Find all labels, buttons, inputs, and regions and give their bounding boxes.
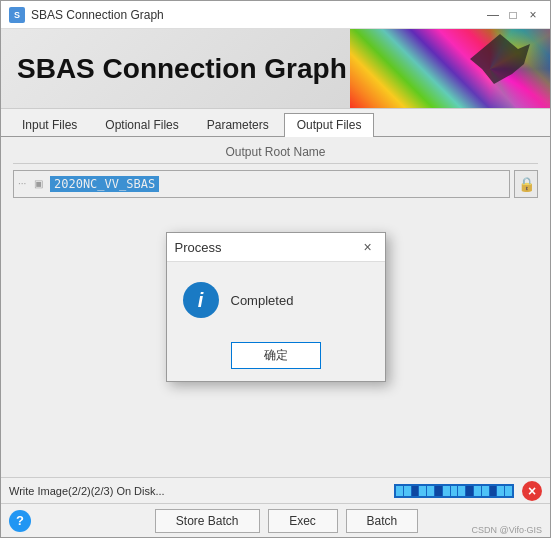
- prog-seg-8: [451, 486, 458, 496]
- close-button[interactable]: ×: [524, 6, 542, 24]
- tab-output-files[interactable]: Output Files: [284, 113, 375, 137]
- window-title: SBAS Connection Graph: [31, 8, 484, 22]
- progress-segments: [396, 486, 512, 496]
- title-bar: S SBAS Connection Graph — □ ×: [1, 1, 550, 29]
- prog-seg-12: [482, 486, 489, 496]
- error-icon[interactable]: ×: [522, 481, 542, 501]
- window-controls: — □ ×: [484, 6, 542, 24]
- prog-seg-14: [497, 486, 504, 496]
- dialog-message: Completed: [231, 293, 294, 308]
- action-buttons: Store Batch Exec Batch: [31, 509, 542, 533]
- minimize-button[interactable]: —: [484, 6, 502, 24]
- header-title: SBAS Connection Graph: [17, 53, 347, 85]
- prog-seg-5: [427, 486, 434, 496]
- dialog-title: Process: [175, 240, 222, 255]
- tab-optional-files[interactable]: Optional Files: [92, 113, 191, 136]
- prog-seg-7: [443, 486, 450, 496]
- store-batch-button[interactable]: Store Batch: [155, 509, 260, 533]
- tab-bar: Input Files Optional Files Parameters Ou…: [1, 109, 550, 137]
- prog-seg-10: [466, 486, 473, 496]
- help-button[interactable]: ?: [9, 510, 31, 532]
- tab-input-files[interactable]: Input Files: [9, 113, 90, 136]
- status-text: Write Image(2/2)(2/3) On Disk...: [9, 485, 386, 497]
- process-dialog: Process × i Completed 确定: [166, 232, 386, 382]
- prog-seg-6: [435, 486, 442, 496]
- watermark-text: CSDN @Vifо·GIS: [472, 525, 543, 535]
- bottom-bar: ? Store Batch Exec Batch CSDN @Vifо·GIS: [1, 503, 550, 537]
- app-icon: S: [9, 7, 25, 23]
- dialog-overlay: Process × i Completed 确定: [1, 137, 550, 477]
- exec-button[interactable]: Exec: [268, 509, 338, 533]
- progress-bar: [394, 484, 514, 498]
- maximize-button[interactable]: □: [504, 6, 522, 24]
- header-banner: SBAS Connection Graph: [1, 29, 550, 109]
- prog-seg-15: [505, 486, 512, 496]
- tab-parameters[interactable]: Parameters: [194, 113, 282, 136]
- prog-seg-2: [404, 486, 411, 496]
- info-icon: i: [183, 282, 219, 318]
- dialog-ok-button[interactable]: 确定: [231, 342, 321, 369]
- dialog-title-bar: Process ×: [167, 233, 385, 262]
- prog-seg-4: [419, 486, 426, 496]
- prog-seg-9: [458, 486, 465, 496]
- status-bar: Write Image(2/2)(2/3) On Disk...: [1, 477, 550, 503]
- prog-seg-3: [412, 486, 419, 496]
- main-content-area: Output Root Name ··· ▣ 2020NC_VV_SBAS 🔒 …: [1, 137, 550, 477]
- prog-seg-11: [474, 486, 481, 496]
- prog-seg-1: [396, 486, 403, 496]
- prog-seg-13: [490, 486, 497, 496]
- batch-button[interactable]: Batch: [346, 509, 419, 533]
- dialog-close-button[interactable]: ×: [359, 238, 377, 256]
- dialog-body: i Completed: [167, 262, 385, 334]
- dialog-footer: 确定: [167, 334, 385, 381]
- main-window: S SBAS Connection Graph — □ × SBAS Conne…: [0, 0, 551, 538]
- header-decorative-image: [350, 29, 550, 109]
